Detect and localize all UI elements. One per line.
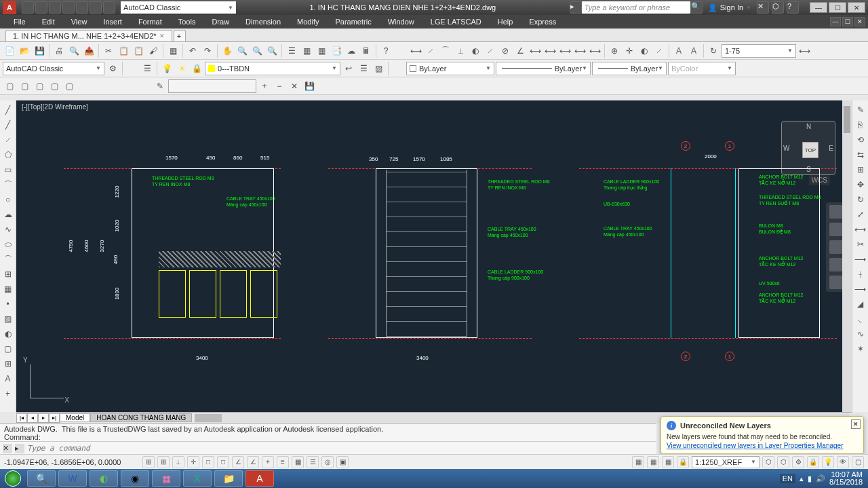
ellipse-tool-icon[interactable]: ⬭ [1,238,15,251]
refedit-save-icon[interactable]: 💾 [302,79,316,93]
exchange-icon[interactable]: ✕ [757,1,769,14]
dim-diameter-icon[interactable]: ⊘ [498,44,512,58]
dim-tedit-icon[interactable]: A [687,44,701,58]
workspace-selector-2[interactable]: AutoCAD Classic ▼ [3,62,104,75]
tolerance-icon[interactable]: ⊕ [608,44,621,58]
menu-dimension[interactable]: Dimension [237,15,289,29]
sheetset-icon[interactable]: 📑 [330,44,343,58]
help-search-input[interactable]: Type a keyword or phrase [582,1,690,14]
workspace-switching-icon[interactable]: ⚙ [792,456,804,468]
system-clock[interactable]: 10:07 AM 8/15/2018 [829,471,863,486]
vp-clip-icon[interactable]: ▢ [47,79,61,93]
mirror-tool-icon[interactable]: ⟲ [854,133,867,147]
saveas-icon[interactable] [62,1,75,14]
blend-tool-icon[interactable]: ∿ [854,327,867,341]
quickview-layouts-icon[interactable]: ▦ [647,456,659,468]
annoscale-icon[interactable]: 🔒 [677,456,689,468]
polyline-tool-icon[interactable]: ⟋ [1,133,15,147]
vp-object-icon[interactable]: ▢ [33,79,46,93]
search-icon[interactable]: ▸ [570,1,582,14]
mtext-tool-icon[interactable]: A [1,372,15,386]
explode-tool-icon[interactable]: ✶ [854,342,867,356]
dimstyle-icon[interactable]: ⟷ [797,44,811,58]
layer-manager-icon[interactable]: ☰ [140,62,154,75]
viewcube-n[interactable]: N [806,123,811,130]
taskbar-chrome[interactable]: ◉ [121,470,149,487]
preview-icon[interactable]: 🔍 [67,44,81,58]
menu-insert[interactable]: Insert [95,15,130,29]
save-icon[interactable] [49,1,61,14]
otrack-toggle[interactable]: ∠ [232,456,244,468]
dim-jogged-icon[interactable]: ⟋ [484,44,497,58]
sign-in-button[interactable]: 👤 Sign In ▼ [708,3,751,12]
color-selector[interactable]: ByLayer ▼ [406,62,494,75]
linetype-selector[interactable]: ByLayer ▼ [496,62,591,75]
zoom-previous-icon[interactable]: 🔍 [265,44,279,58]
osnap-toggle[interactable]: □ [202,456,214,468]
taskbar-magnifier[interactable]: 🔍 [27,470,56,487]
open-icon[interactable] [35,1,47,14]
rectangle-tool-icon[interactable]: ▭ [1,163,15,176]
layout-tab[interactable]: HOAN CONG THANG MANG [90,413,192,422]
join-tool-icon[interactable]: ⟶ [854,282,867,296]
layer-lock-icon[interactable]: 🔒 [190,62,203,75]
menu-view[interactable]: View [63,15,96,29]
open-icon[interactable]: 📂 [18,44,31,58]
trim-tool-icon[interactable]: ✂ [854,238,867,251]
layout-first-icon[interactable]: |◂ [16,413,27,423]
dim-radius-icon[interactable]: ◐ [469,44,482,58]
qp-toggle[interactable]: ☰ [307,456,319,468]
refedit-discard-icon[interactable]: ✕ [288,79,301,93]
vp-single-icon[interactable]: ▢ [3,79,16,93]
dim-arc-icon[interactable]: ⌒ [439,44,452,58]
close-icon[interactable]: ✕ [159,33,165,39]
autoscale-icon[interactable]: ⬡ [777,456,789,468]
plot-icon[interactable] [76,1,88,14]
autodesk360-icon[interactable]: ⬡ [772,1,784,14]
circle-tool-icon[interactable]: ○ [1,193,15,206]
layer-previous-icon[interactable]: ↩ [342,62,355,75]
lineweight-selector[interactable]: ByLayer ▼ [592,62,667,75]
fillet-tool-icon[interactable]: ◟ [854,312,867,326]
point-tool-icon[interactable]: • [1,297,15,311]
taskbar-word[interactable]: W [58,470,87,487]
extend-tool-icon[interactable]: ⟶ [854,252,867,266]
command-window[interactable]: Autodesk DWG. This file is a TrustedDWG … [0,423,656,454]
layer-on-icon[interactable]: 💡 [160,62,174,75]
close-icon[interactable]: ✕ [3,444,12,453]
3dosnap-toggle[interactable]: □ [217,456,229,468]
isolate-objects-icon[interactable]: 👁 [837,456,849,468]
sc-toggle[interactable]: ◎ [321,456,334,468]
layout-prev-icon[interactable]: ◂ [27,413,38,423]
layer-selector[interactable]: 0---TBDN ▼ [205,62,340,75]
menu-help[interactable]: Help [490,15,521,29]
annovisibility-icon[interactable]: ⬡ [762,456,774,468]
menu-format[interactable]: Format [130,15,170,29]
ducs-toggle[interactable]: ∠ [247,456,259,468]
dimstyle-selector[interactable]: 1-75 ▼ [722,44,796,58]
dim-break-icon[interactable]: ⟷ [588,44,601,58]
copy-icon[interactable]: 📋 [117,44,130,58]
minimize-button[interactable]: — [810,2,827,13]
break-tool-icon[interactable]: ⟊ [854,267,867,281]
dim-ordinate-icon[interactable]: ⟂ [454,44,467,58]
zoom-window-icon[interactable]: 🔍 [250,44,264,58]
menu-draw[interactable]: Draw [203,15,237,29]
chamfer-tool-icon[interactable]: ◢ [854,297,867,311]
mdi-close-button[interactable]: ✕ [854,17,865,26]
balloon-link[interactable]: View unreconciled new layers in Layer Pr… [667,442,858,449]
snap-toggle[interactable]: ⊞ [142,456,155,468]
menu-lge-latscad[interactable]: LGE LATSCAD [422,15,490,29]
balloon-close-button[interactable]: ✕ [851,419,861,429]
mdi-minimize-button[interactable]: — [830,17,841,26]
dim-edit-icon[interactable]: A [672,44,686,58]
revcloud-tool-icon[interactable]: ☁ [1,208,15,221]
stretch-tool-icon[interactable]: ⟷ [854,223,867,236]
layout-last-icon[interactable]: ▸| [49,413,60,423]
help-icon[interactable]: ? [787,1,799,14]
toolbar-lock-icon[interactable]: 🔒 [807,456,819,468]
drawing-canvas[interactable]: [-][Top][2D Wireframe] N S W E TOP WCS [16,100,852,412]
dim-continue-icon[interactable]: ⟷ [558,44,572,58]
menu-window[interactable]: Window [380,15,422,29]
menu-parametric[interactable]: Parametric [327,15,379,29]
